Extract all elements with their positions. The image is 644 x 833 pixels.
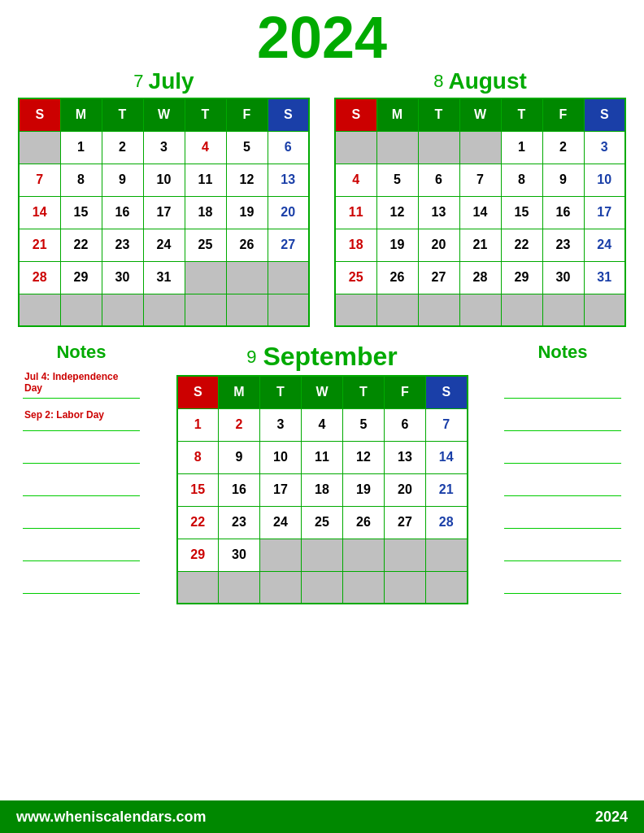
sep-cell [177,571,219,604]
sep-header-sat: S [426,376,468,408]
sep-cell: 30 [219,539,260,571]
jul-cell: 29 [60,261,102,294]
notes-right-line-7 [504,561,621,594]
year-title: 2024 [257,8,387,67]
sep-cell: 17 [260,473,302,506]
jul-cell: 31 [143,261,185,294]
table-row: 21 22 23 24 25 26 27 [19,229,309,261]
aug-cell: 7 [459,164,501,196]
table-row: 4 5 6 7 8 9 10 [335,164,625,196]
jul-cell: 16 [102,196,143,229]
jul-cell: 15 [60,196,102,229]
jul-cell: 27 [268,229,309,261]
sep-cell [343,571,385,604]
jul-cell [185,294,226,326]
september-center: 9 September S M T W T F S [146,342,498,604]
notes-right-line-3 [504,431,621,464]
notes-right-title: Notes [504,342,621,363]
jul-cell: 12 [226,164,268,196]
top-months: 7 July S M T W T F S [16,68,628,327]
jul-cell: 10 [143,164,185,196]
jul-cell: 19 [226,196,268,229]
notes-right-line-2 [504,399,621,431]
sep-cell: 4 [302,408,343,441]
aug-cell [376,131,418,164]
sep-cell: 19 [343,473,385,506]
table-row: 15 16 17 18 19 20 21 [177,473,468,506]
aug-cell: 6 [418,164,459,196]
aug-cell: 2 [542,131,584,164]
aug-cell: 19 [376,229,418,261]
aug-cell: 27 [418,261,459,294]
sep-cell: 9 [219,441,260,473]
aug-cell: 31 [584,261,625,294]
jul-header-sun: S [19,98,60,131]
july-calendar: S M T W T F S 1 2 3 [18,98,310,327]
table-row: 18 19 20 21 22 23 24 [335,229,625,261]
table-row: 1 2 3 [335,131,625,164]
july-name: July [149,68,194,94]
august-name: August [448,68,526,94]
aug-header-thu: T [501,98,542,131]
jul-cell [143,294,185,326]
jul-cell: 23 [102,229,143,261]
jul-cell: 17 [143,196,185,229]
notes-left-title: Notes [23,342,140,363]
september-section: Notes Jul 4: Independence Day Sep 2: Lab… [16,342,628,604]
jul-header-fri: F [226,98,268,131]
table-row: 28 29 30 31 [19,261,309,294]
jul-cell: 3 [143,131,185,164]
table-row [177,571,468,604]
jul-cell-holiday: 4 [185,131,226,164]
footer: www.wheniscalendars.com 2024 [0,800,644,833]
sep-cell-holiday: 8 [177,441,219,473]
aug-cell: 22 [501,229,542,261]
aug-header-fri: F [542,98,584,131]
sep-cell: 7 [426,408,468,441]
sep-header-thu: T [343,376,385,408]
aug-cell: 8 [501,164,542,196]
september-number: 9 [246,347,256,368]
jul-cell [226,261,268,294]
notes-line-4 [23,464,140,496]
aug-cell [584,294,625,326]
sep-cell [385,571,426,604]
sep-cell: 5 [343,408,385,441]
sep-cell-holiday: 15 [177,473,219,506]
sep-cell [260,539,302,571]
sep-cell: 18 [302,473,343,506]
september-name: September [263,342,397,372]
table-row: 14 15 16 17 18 19 20 [19,196,309,229]
sep-cell [302,571,343,604]
jul-cell: 22 [60,229,102,261]
aug-cell [459,294,501,326]
sep-cell: 20 [385,473,426,506]
table-row: 1 2 3 4 5 6 [19,131,309,164]
jul-cell: 6 [268,131,309,164]
sep-header-wed: W [302,376,343,408]
jul-cell: 7 [19,164,60,196]
aug-cell: 30 [542,261,584,294]
sep-cell [426,571,468,604]
notes-left: Notes Jul 4: Independence Day Sep 2: Lab… [16,342,146,594]
sep-cell [426,539,468,571]
jul-cell [185,261,226,294]
jul-cell: 30 [102,261,143,294]
aug-cell: 25 [335,261,376,294]
aug-cell: 18 [335,229,376,261]
aug-cell: 14 [459,196,501,229]
jul-cell: 1 [60,131,102,164]
aug-cell [335,294,376,326]
sep-cell: 6 [385,408,426,441]
sep-cell: 16 [219,473,260,506]
jul-cell [19,294,60,326]
sep-cell: 11 [302,441,343,473]
aug-cell: 16 [542,196,584,229]
jul-cell: 9 [102,164,143,196]
sep-cell: 23 [219,506,260,539]
aug-cell: 15 [501,196,542,229]
notes-right-line-4 [504,464,621,496]
sep-cell: 14 [426,441,468,473]
sep-header-sun: S [177,376,219,408]
table-row [335,294,625,326]
